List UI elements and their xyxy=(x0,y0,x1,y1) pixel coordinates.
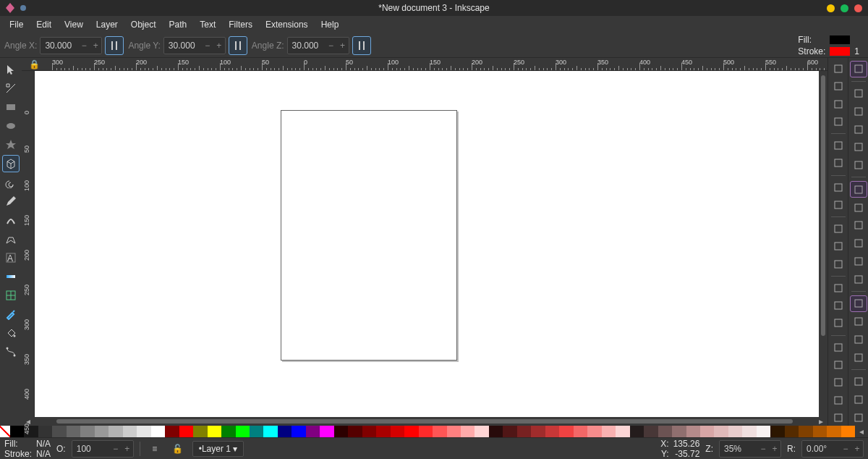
status-stroke-value[interactable]: N/A xyxy=(36,449,51,459)
palette-swatch[interactable] xyxy=(574,426,587,437)
palette-swatch[interactable] xyxy=(10,426,24,437)
pencil-tool[interactable] xyxy=(2,193,20,210)
palette-swatch[interactable] xyxy=(587,426,601,437)
snap-int-icon[interactable] xyxy=(850,217,867,234)
unlink-icon[interactable] xyxy=(830,374,847,390)
anglez-plus[interactable]: + xyxy=(337,41,349,51)
snap-corner-icon[interactable] xyxy=(850,121,867,138)
horizontal-ruler[interactable]: 🔒 30025020015010050050100150200250300350… xyxy=(22,58,827,71)
hscroll-right[interactable]: ▸ xyxy=(814,416,827,426)
star-tool[interactable] xyxy=(2,136,20,153)
palette-swatch[interactable] xyxy=(362,426,376,437)
menu-view[interactable]: View xyxy=(58,17,90,32)
angley-minus[interactable]: − xyxy=(202,41,213,51)
mesh-tool[interactable] xyxy=(2,287,20,304)
palette-swatch[interactable] xyxy=(179,426,193,437)
fill-swatch[interactable] xyxy=(830,35,850,44)
vpz-toggle[interactable] xyxy=(352,36,371,55)
anglez-input[interactable]: − + xyxy=(287,37,349,54)
open-icon[interactable] xyxy=(830,78,847,94)
pen-tool[interactable] xyxy=(2,230,20,248)
rectangle-tool[interactable] xyxy=(2,98,20,116)
palette-swatch[interactable] xyxy=(475,426,488,437)
menu-help[interactable]: Help xyxy=(315,17,346,32)
anglex-minus[interactable]: − xyxy=(78,41,90,51)
stroke-swatch[interactable] xyxy=(830,47,850,56)
palette-swatch[interactable] xyxy=(757,426,770,437)
palette-swatch[interactable] xyxy=(489,426,503,437)
snap-line-icon[interactable] xyxy=(850,271,867,287)
palette-swatch[interactable] xyxy=(419,426,433,437)
palette-swatch[interactable] xyxy=(52,426,66,437)
snap-smooth-icon[interactable] xyxy=(850,253,867,269)
palette-swatch[interactable] xyxy=(208,426,221,437)
circle-tool[interactable] xyxy=(2,117,20,135)
node-tool[interactable] xyxy=(2,80,20,97)
palette-swatch[interactable] xyxy=(728,426,742,437)
undo-icon[interactable] xyxy=(830,180,847,195)
menu-filters[interactable]: Filters xyxy=(222,17,259,32)
menu-object[interactable]: Object xyxy=(124,17,163,32)
prefs-icon[interactable] xyxy=(830,410,847,426)
palette-swatch[interactable] xyxy=(503,426,516,437)
palette-swatch[interactable] xyxy=(602,426,616,437)
palette-swatch[interactable] xyxy=(348,426,362,437)
duplicate-icon[interactable] xyxy=(830,340,847,355)
palette-swatch[interactable] xyxy=(391,426,404,437)
palette-swatch[interactable] xyxy=(193,426,207,437)
zoom-draw-icon[interactable] xyxy=(830,298,847,313)
palette-swatch[interactable] xyxy=(292,426,305,437)
snap-grid-icon[interactable] xyxy=(850,392,867,408)
import-icon[interactable] xyxy=(830,138,847,153)
palette-swatch[interactable] xyxy=(123,426,137,437)
connector-tool[interactable] xyxy=(2,343,20,361)
palette-swatch[interactable] xyxy=(250,426,263,437)
snap-text-icon[interactable] xyxy=(850,349,867,366)
anglex-plus[interactable]: + xyxy=(90,41,101,51)
spiral-tool[interactable] xyxy=(2,174,20,191)
angley-input[interactable]: − + xyxy=(163,37,226,54)
vertical-ruler[interactable]: 050100150200250300350400450 xyxy=(22,71,35,417)
snap-cusp-icon[interactable] xyxy=(850,235,867,252)
palette-swatch[interactable] xyxy=(714,426,728,437)
dropper-tool[interactable] xyxy=(2,306,20,323)
snap-edge-icon[interactable] xyxy=(850,104,867,120)
save-icon[interactable] xyxy=(830,96,847,112)
layer-visibility-icon[interactable]: ≡ xyxy=(146,440,163,458)
minimize-button[interactable] xyxy=(827,4,835,12)
snap-other-icon[interactable] xyxy=(850,295,867,312)
menu-edit[interactable]: Edit xyxy=(30,17,58,32)
new-doc-icon[interactable] xyxy=(830,61,847,77)
palette-swatch[interactable] xyxy=(67,426,80,437)
palette-swatch[interactable] xyxy=(447,426,461,437)
menu-text[interactable]: Text xyxy=(193,17,222,32)
palette-swatch[interactable] xyxy=(616,426,629,437)
horizontal-scrollbar[interactable]: ◂ ▸ xyxy=(22,417,827,426)
palette-swatch[interactable] xyxy=(799,426,812,437)
palette-swatch[interactable] xyxy=(306,426,320,437)
palette-swatch[interactable] xyxy=(236,426,250,437)
snap-mid-icon[interactable] xyxy=(850,139,867,156)
palette-swatch[interactable] xyxy=(151,426,165,437)
palette-swatch[interactable] xyxy=(95,426,109,437)
palette-swatch[interactable] xyxy=(630,426,644,437)
anglex-input[interactable]: − + xyxy=(40,37,102,54)
snap-obj-icon[interactable] xyxy=(850,313,867,330)
canvas[interactable] xyxy=(35,71,819,417)
snap-path-icon[interactable] xyxy=(850,199,867,216)
layer-lock-icon[interactable]: 🔓 xyxy=(169,440,187,458)
zoom-page-icon[interactable] xyxy=(830,315,847,331)
anglez-minus[interactable]: − xyxy=(326,41,337,51)
palette-swatch[interactable] xyxy=(672,426,686,437)
menu-file[interactable]: File xyxy=(3,17,30,32)
layer-selector[interactable]: •Layer 1 ▾ xyxy=(192,441,244,457)
palette-swatch[interactable] xyxy=(320,426,333,437)
3dbox-tool[interactable] xyxy=(2,155,20,172)
ruler-lock-icon[interactable]: 🔒 xyxy=(22,58,46,70)
palette-swatch[interactable] xyxy=(559,426,573,437)
export-icon[interactable] xyxy=(830,155,847,171)
group-icon[interactable] xyxy=(830,392,847,408)
vertical-scrollbar[interactable] xyxy=(819,71,827,417)
palette-swatch[interactable] xyxy=(278,426,292,437)
snap-rot-icon[interactable] xyxy=(850,331,867,348)
